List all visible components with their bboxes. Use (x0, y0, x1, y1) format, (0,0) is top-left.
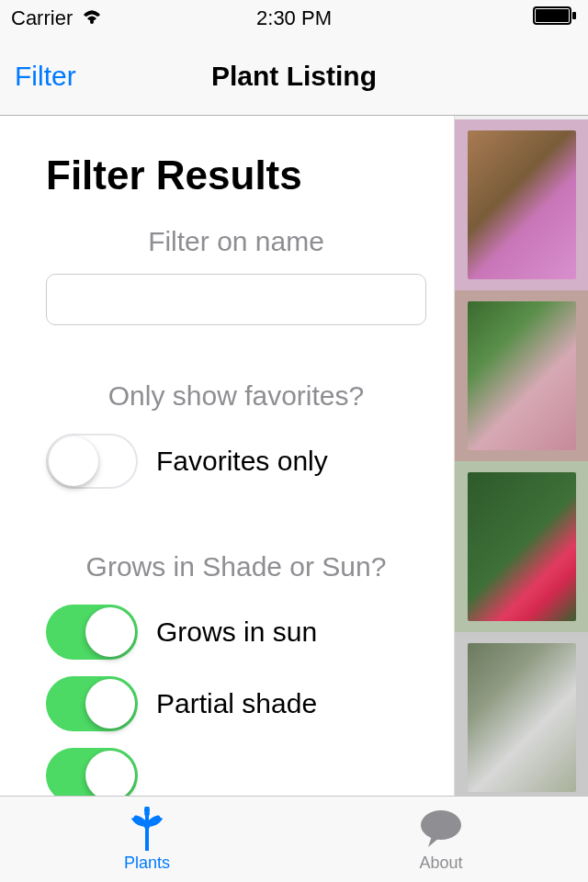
nav-bar: Filter Plant Listing (0, 37, 588, 116)
favorites-switch[interactable] (46, 434, 138, 489)
tab-plants[interactable]: Plants (0, 797, 294, 882)
grows-in-sun-switch[interactable] (46, 605, 138, 660)
list-item[interactable] (455, 119, 588, 290)
favorites-switch-label: Favorites only (156, 446, 328, 477)
tab-plants-label: Plants (124, 854, 170, 873)
plant-icon (129, 806, 165, 852)
favorites-section-label: Only show favorites? (46, 380, 426, 412)
svg-point-0 (90, 20, 94, 24)
status-left: Carrier (11, 6, 104, 30)
list-item[interactable] (455, 290, 588, 461)
plant-thumbnail (468, 472, 576, 621)
wifi-icon (80, 7, 104, 30)
chat-icon (419, 806, 463, 852)
tab-about[interactable]: About (294, 797, 588, 882)
svg-rect-4 (145, 823, 149, 851)
filter-panel: Filter Results Filter on name Only show … (0, 116, 455, 796)
svg-rect-2 (536, 9, 569, 22)
name-filter-label: Filter on name (46, 226, 426, 257)
list-item[interactable] (455, 632, 588, 796)
page-title: Plant Listing (211, 61, 377, 92)
plant-thumbnail (468, 301, 576, 450)
sun-section-label: Grows in Shade or Sun? (46, 551, 426, 582)
content-area: Filter Results Filter on name Only show … (0, 116, 588, 796)
filter-button[interactable]: Filter (15, 61, 76, 92)
plant-thumbnail (468, 643, 576, 792)
grows-in-sun-label: Grows in sun (156, 616, 317, 648)
name-filter-input[interactable] (46, 274, 426, 325)
status-bar: Carrier 2:30 PM (0, 0, 588, 37)
svg-rect-3 (572, 12, 576, 19)
grows-in-sun-row: Grows in sun (46, 605, 426, 660)
plant-thumbnail (468, 130, 576, 279)
tab-about-label: About (419, 854, 462, 873)
tab-bar: Plants About (0, 796, 588, 882)
svg-point-5 (421, 810, 461, 840)
third-switch-row (46, 748, 426, 796)
favorites-switch-row: Favorites only (46, 434, 426, 489)
status-time: 2:30 PM (256, 6, 332, 30)
plant-list[interactable] (455, 116, 588, 796)
carrier-label: Carrier (11, 6, 73, 30)
filter-panel-title: Filter Results (46, 153, 426, 198)
third-switch[interactable] (46, 748, 138, 796)
battery-icon (533, 6, 577, 30)
list-item[interactable] (455, 461, 588, 632)
partial-shade-switch[interactable] (46, 676, 138, 731)
partial-shade-label: Partial shade (156, 688, 317, 719)
partial-shade-row: Partial shade (46, 676, 426, 731)
